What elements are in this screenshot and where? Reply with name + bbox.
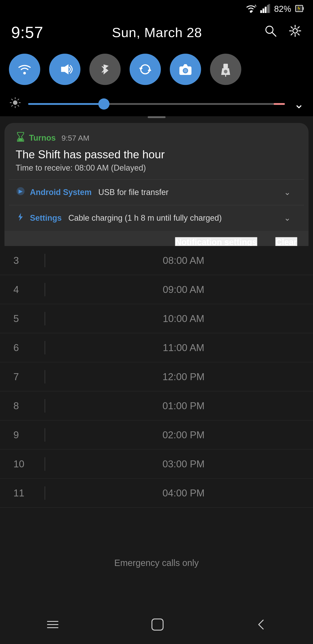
table-row: 6 11:00 AM	[0, 333, 313, 362]
clock-date: 9:57	[11, 23, 43, 42]
turnos-body: Time to receive: 08:00 AM (Delayed)	[16, 163, 297, 173]
schedule-number: 5	[13, 313, 36, 324]
brightness-row: ⌄	[0, 92, 313, 116]
bluetooth-toggle[interactable]	[89, 54, 121, 85]
notification-panel: Turnos 9:57 AM The Shift has passed the …	[4, 123, 309, 254]
table-row: 3 08:00 AM	[0, 246, 313, 275]
schedule-time: 02:00 PM	[54, 429, 313, 440]
sync-toggle[interactable]	[130, 54, 161, 85]
svg-point-23	[13, 100, 17, 105]
svg-line-30	[18, 99, 19, 100]
settings-notification: Settings Cable charging (1 h 8 m until f…	[4, 205, 309, 231]
android-app-name: Android System	[30, 188, 92, 197]
schedule-time: 09:00 AM	[54, 284, 313, 295]
android-icon: ▶	[16, 186, 25, 198]
android-dropdown-icon[interactable]: ⌄	[284, 188, 291, 197]
svg-rect-7	[268, 4, 270, 13]
table-row: 4 09:00 AM	[0, 275, 313, 304]
flashlight-toggle[interactable]	[210, 54, 241, 85]
schedule-time: 04:00 PM	[54, 488, 313, 499]
brightness-slider[interactable]	[28, 103, 285, 105]
svg-point-19	[184, 69, 187, 72]
date-text: Sun, March 28	[112, 25, 202, 40]
settings-dropdown-icon[interactable]: ⌄	[284, 213, 291, 223]
svg-line-29	[18, 105, 19, 106]
schedule-divider	[45, 283, 45, 296]
schedule-time: 01:00 PM	[54, 400, 313, 412]
schedule-divider	[45, 254, 45, 267]
table-row: 5 10:00 AM	[0, 304, 313, 333]
turnos-app-name: Turnos	[29, 133, 56, 143]
turnos-title: The Shift has passed the hour	[16, 148, 297, 161]
status-icons: 82%	[246, 4, 304, 14]
schedule-number: 6	[13, 342, 36, 353]
emergency-calls-text: Emergency calls only	[0, 558, 313, 568]
svg-marker-17	[183, 64, 188, 66]
svg-rect-20	[223, 64, 228, 68]
hourglass-icon	[16, 132, 25, 144]
chevron-down-icon[interactable]: ⌄	[294, 97, 304, 111]
home-button[interactable]	[150, 617, 165, 635]
schedule-divider	[45, 341, 45, 354]
schedule-time: 11:00 AM	[54, 342, 313, 353]
schedule-number: 8	[13, 400, 36, 412]
table-row: 11 04:00 PM	[0, 478, 313, 508]
schedule-time: 03:00 PM	[54, 458, 313, 470]
wifi-status-icon	[246, 4, 256, 14]
svg-line-12	[272, 32, 276, 36]
svg-rect-37	[152, 619, 163, 630]
table-row: 8 01:00 PM	[0, 391, 313, 420]
recent-apps-button[interactable]	[45, 618, 60, 634]
signal-icon	[260, 4, 270, 14]
schedule-divider	[45, 428, 45, 442]
svg-rect-5	[265, 7, 267, 13]
table-row: 9 02:00 PM	[0, 420, 313, 450]
settings-icon[interactable]	[289, 24, 302, 41]
svg-marker-15	[61, 65, 68, 74]
svg-text:▶: ▶	[18, 188, 23, 194]
battery-percentage: 82%	[274, 4, 291, 14]
turnos-notification: Turnos 9:57 AM The Shift has passed the …	[4, 123, 309, 179]
lightning-icon	[16, 212, 25, 224]
navigation-bar	[0, 608, 313, 644]
android-notification-text: USB for file transfer	[98, 188, 168, 197]
settings-app-name: Settings	[30, 213, 62, 223]
svg-line-28	[11, 99, 13, 100]
back-button[interactable]	[255, 618, 268, 634]
battery-charging-icon	[295, 4, 304, 14]
svg-point-1	[255, 5, 256, 6]
schedule-number: 7	[13, 371, 36, 382]
table-row: 7 12:00 PM	[0, 362, 313, 391]
schedule-divider	[45, 370, 45, 384]
android-system-notification: ▶ Android System USB for file transfer ⌄	[4, 180, 309, 205]
schedule-number: 11	[13, 488, 36, 499]
svg-line-31	[11, 105, 13, 106]
sound-toggle[interactable]	[49, 54, 80, 85]
schedule-time: 12:00 PM	[54, 371, 313, 382]
schedule-divider	[45, 399, 45, 412]
status-bar: 82%	[0, 0, 313, 18]
svg-rect-3	[260, 10, 262, 13]
schedule-number: 9	[13, 429, 36, 440]
search-icon[interactable]	[264, 24, 277, 41]
settings-notification-text: Cable charging (1 h 8 m until fully char…	[68, 213, 222, 223]
svg-point-14	[23, 72, 26, 74]
datetime-row: 9:57 Sun, March 28	[0, 18, 313, 47]
turnos-time: 9:57 AM	[61, 134, 89, 142]
schedule-divider	[45, 457, 45, 471]
svg-rect-4	[263, 8, 264, 13]
wifi-toggle[interactable]	[9, 54, 40, 85]
drag-handle	[148, 116, 166, 118]
svg-point-13	[293, 28, 297, 33]
quick-toggles-row	[0, 47, 313, 92]
schedule-divider	[45, 312, 45, 325]
schedule-area: 3 08:00 AM 4 09:00 AM 5 10:00 AM 6 11:00…	[0, 246, 313, 608]
svg-rect-9	[303, 7, 304, 10]
schedule-number: 3	[13, 255, 36, 266]
schedule-number: 4	[13, 284, 36, 295]
svg-point-0	[250, 10, 252, 13]
schedule-divider	[45, 486, 45, 500]
schedule-number: 10	[13, 458, 36, 470]
camera-toggle[interactable]	[170, 54, 201, 85]
brightness-icon	[9, 96, 21, 112]
